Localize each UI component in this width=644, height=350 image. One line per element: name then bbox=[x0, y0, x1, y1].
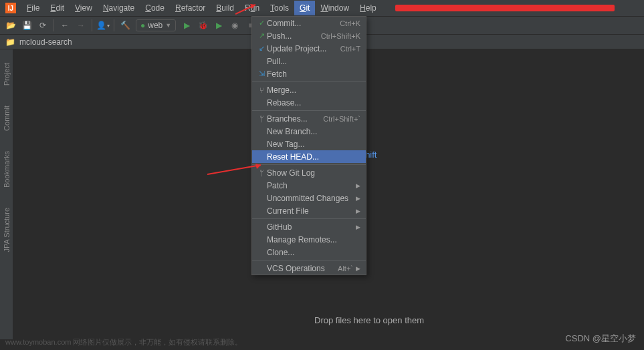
menu-separator bbox=[252, 164, 366, 165]
submenu-arrow-icon: ▶ bbox=[356, 265, 360, 272]
chevron-down-icon: ▼ bbox=[165, 22, 171, 29]
menu-item-vcs-operations[interactable]: VCS OperationsAlt+`▶ bbox=[252, 262, 366, 275]
project-name[interactable]: mcloud-search bbox=[19, 37, 72, 47]
submenu-arrow-icon: ▶ bbox=[356, 208, 360, 214]
shortcut-text: Ctrl+K bbox=[340, 19, 360, 27]
menu-item-label: Manage Remotes... bbox=[267, 235, 360, 244]
menu-item-manage-remotes[interactable]: Manage Remotes... bbox=[252, 233, 366, 246]
menu-item-rebase[interactable]: Rebase... bbox=[252, 96, 366, 109]
menu-item-label: Patch bbox=[267, 181, 353, 190]
menu-item-label: Commit... bbox=[267, 19, 340, 28]
menu-item-commit[interactable]: ✓Commit...Ctrl+K bbox=[252, 17, 366, 29]
menu-code[interactable]: Code bbox=[140, 1, 170, 15]
menu-item-pull[interactable]: Pull... bbox=[252, 55, 366, 67]
left-tool-strip: Project Commit Bookmarks JPA Structure bbox=[0, 49, 13, 339]
menu-view[interactable]: View bbox=[70, 1, 98, 15]
app-icon: IJ bbox=[5, 3, 16, 13]
menu-refactor[interactable]: Refactor bbox=[170, 1, 211, 15]
shortcut-text: Ctrl+Shift+` bbox=[323, 115, 360, 123]
submenu-arrow-icon: ▶ bbox=[356, 224, 360, 230]
menu-separator bbox=[252, 81, 366, 82]
menu-item-push[interactable]: ↗Push...Ctrl+Shift+K bbox=[252, 29, 366, 42]
menu-separator bbox=[252, 218, 366, 219]
menubar: IJ File Edit View Navigate Code Refactor… bbox=[0, 0, 644, 16]
menu-item-label: Show Git Log bbox=[267, 168, 360, 178]
menu-navigate[interactable]: Navigate bbox=[98, 1, 140, 15]
check-icon: ✓ bbox=[256, 19, 267, 27]
shortcut-text: Ctrl+T bbox=[340, 45, 360, 53]
submenu-arrow-icon: ▶ bbox=[356, 195, 360, 202]
menu-file[interactable]: File bbox=[21, 1, 45, 15]
refresh-icon[interactable]: ⟳ bbox=[36, 19, 49, 32]
menu-item-label: Clone... bbox=[267, 248, 360, 257]
menu-item-fetch[interactable]: ⇲Fetch bbox=[252, 67, 366, 80]
menu-item-clone[interactable]: Clone... bbox=[252, 246, 366, 258]
watermark: CSDN @星空小梦 bbox=[565, 333, 636, 345]
fetch-icon: ⇲ bbox=[256, 69, 267, 78]
coverage-icon[interactable]: ▶ bbox=[212, 19, 225, 32]
menu-window[interactable]: Window bbox=[315, 1, 354, 15]
menu-item-github[interactable]: GitHub▶ bbox=[252, 220, 366, 233]
shortcut-text: Ctrl+Shift+K bbox=[321, 32, 360, 40]
profile-icon[interactable]: ◉ bbox=[228, 19, 241, 32]
merge-icon: ⑂ bbox=[256, 86, 267, 94]
build-icon[interactable]: 🔨 bbox=[118, 19, 132, 32]
menu-edit[interactable]: Edit bbox=[45, 1, 70, 15]
code-with-me-icon[interactable]: 👤 bbox=[96, 19, 110, 32]
tool-commit[interactable]: Commit bbox=[3, 106, 11, 131]
menu-item-label: New Tag... bbox=[267, 140, 360, 149]
menu-item-label: Branches... bbox=[267, 114, 323, 124]
folder-icon: 📁 bbox=[5, 37, 15, 47]
branch-icon: ᛘ bbox=[256, 115, 267, 123]
menu-item-show-git-log[interactable]: ᛘShow Git Log bbox=[252, 166, 366, 179]
menu-help[interactable]: Help bbox=[354, 1, 382, 15]
git-menu-dropdown: ✓Commit...Ctrl+K↗Push...Ctrl+Shift+K↙Upd… bbox=[251, 16, 366, 275]
shortcut-text: Alt+` bbox=[338, 265, 353, 273]
back-icon[interactable]: ← bbox=[58, 19, 72, 32]
menu-item-merge[interactable]: ⑂Merge... bbox=[252, 83, 366, 96]
menu-item-branches[interactable]: ᛘBranches...Ctrl+Shift+` bbox=[252, 112, 366, 125]
menu-item-label: Rebase... bbox=[267, 98, 360, 108]
footer-text: www.toymoban.com 网络图片仅做展示，非万能，如有侵权请联系删除。 bbox=[5, 337, 242, 347]
tool-bookmarks[interactable]: Bookmarks bbox=[3, 151, 11, 188]
menu-build[interactable]: Build bbox=[211, 1, 239, 15]
forward-icon[interactable]: → bbox=[74, 19, 88, 32]
menu-item-new-branch[interactable]: New Branch... bbox=[252, 125, 366, 138]
separator bbox=[53, 19, 54, 31]
separator bbox=[114, 19, 114, 31]
tool-project[interactable]: Project bbox=[3, 63, 11, 85]
menu-item-label: VCS Operations bbox=[267, 264, 338, 273]
tool-jpa-structure[interactable]: JPA Structure bbox=[3, 208, 11, 252]
separator bbox=[92, 19, 92, 31]
menu-item-current-file[interactable]: Current File▶ bbox=[252, 204, 366, 217]
save-icon[interactable]: 💾 bbox=[20, 19, 33, 32]
drop-files-hint: Drop files here to open them bbox=[314, 315, 424, 325]
menu-item-uncommitted-changes[interactable]: Uncommitted Changes▶ bbox=[252, 192, 366, 204]
open-icon[interactable]: 📂 bbox=[4, 19, 17, 32]
menu-item-label: Current File bbox=[267, 206, 353, 216]
menu-item-label: Update Project... bbox=[267, 44, 340, 53]
menu-separator bbox=[252, 110, 366, 111]
menu-item-label: Pull... bbox=[267, 57, 360, 66]
debug-icon[interactable]: 🐞 bbox=[196, 19, 209, 32]
menu-item-reset-head[interactable]: Reset HEAD... bbox=[252, 150, 366, 163]
menu-item-label: Fetch bbox=[267, 69, 360, 79]
title-redacted bbox=[395, 5, 615, 11]
menu-item-update-project[interactable]: ↙Update Project...Ctrl+T bbox=[252, 42, 366, 55]
submenu-arrow-icon: ▶ bbox=[356, 182, 360, 189]
menu-item-label: Uncommitted Changes bbox=[267, 194, 353, 203]
log-icon: ᛘ bbox=[256, 169, 267, 177]
menu-tools[interactable]: Tools bbox=[265, 1, 294, 15]
menu-run[interactable]: Run bbox=[239, 1, 265, 15]
run-icon[interactable]: ▶ bbox=[180, 19, 193, 32]
up-icon: ↗ bbox=[256, 31, 267, 40]
run-config-name: web bbox=[148, 21, 163, 30]
menu-item-new-tag[interactable]: New Tag... bbox=[252, 138, 366, 150]
menu-git[interactable]: Git bbox=[294, 1, 315, 15]
menu-item-label: Merge... bbox=[267, 85, 360, 95]
menu-item-label: GitHub bbox=[267, 222, 353, 232]
menu-item-label: Push... bbox=[267, 31, 321, 41]
menu-separator bbox=[252, 260, 366, 260]
menu-item-patch[interactable]: Patch▶ bbox=[252, 179, 366, 192]
run-configuration-selector[interactable]: ● web ▼ bbox=[136, 19, 176, 31]
